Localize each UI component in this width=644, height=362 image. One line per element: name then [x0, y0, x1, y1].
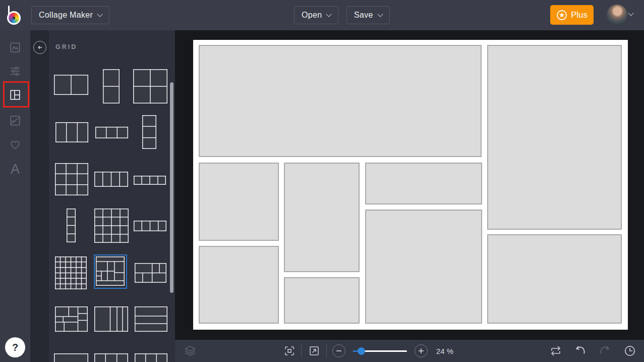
topbar: Collage Maker Open Save Plus [0, 0, 644, 30]
collage-cell-2[interactable] [487, 45, 622, 230]
text-icon: A [11, 163, 20, 176]
undo-icon [574, 345, 587, 357]
layout-thumb-2-columns[interactable] [54, 75, 88, 95]
app-menu-label: Collage Maker [39, 11, 93, 20]
bottom-toolbar: 24 % [175, 340, 644, 362]
layout-thumb-2-rows[interactable] [103, 69, 120, 104]
help-label: ? [12, 342, 18, 353]
collage-cell-4[interactable] [284, 163, 360, 272]
heart-icon [9, 139, 21, 151]
sidebar-item-adjust[interactable] [0, 60, 30, 82]
back-button[interactable] [33, 41, 46, 54]
layout-thumb-3-columns[interactable] [55, 122, 88, 142]
collage-canvas [193, 40, 628, 330]
layout-thumb-mosaic-left[interactable] [55, 306, 88, 332]
workspace [175, 30, 644, 340]
sidebar-item-photos[interactable] [0, 36, 30, 59]
collage-cell-1[interactable] [199, 45, 482, 157]
layout-thumb-4-rows-narrow[interactable] [67, 209, 76, 242]
zoom-slider-handle[interactable] [358, 347, 365, 355]
help-button[interactable]: ? [5, 337, 25, 357]
panel-back-strip [30, 30, 49, 362]
layout-thumb-6x6-grid[interactable] [55, 256, 87, 289]
panel-title: GRID [55, 43, 77, 50]
zoom-out-button[interactable] [332, 344, 345, 357]
layout-thumb-2x2-grid[interactable] [133, 69, 167, 104]
fit-to-screen-button[interactable] [283, 345, 296, 357]
fit-screen-icon [283, 345, 296, 357]
layout-thumb-featured-collage-selected[interactable] [94, 254, 127, 289]
back-arrow-icon [36, 43, 44, 51]
zoom-percent-label: 24 % [436, 347, 459, 355]
layout-thumb-3-rows-narrow[interactable] [142, 115, 156, 149]
layout-thumb-4-columns-strip[interactable] [134, 176, 166, 185]
save-label: Save [354, 11, 373, 20]
grid-icon [9, 89, 21, 101]
chevron-down-icon [97, 11, 102, 17]
layout-thumb-4-columns[interactable] [94, 172, 128, 187]
export-arrow-icon [308, 345, 320, 357]
avatar-chevron-down-icon[interactable] [628, 10, 633, 16]
sidebar-item-background[interactable] [0, 110, 30, 132]
background-icon [9, 115, 21, 127]
befunky-logo [7, 4, 24, 26]
swap-icon [549, 345, 562, 357]
star-circle-icon [556, 10, 567, 21]
history-button[interactable] [623, 344, 636, 357]
history-clock-icon [623, 344, 636, 357]
panel-scrollbar[interactable] [170, 82, 173, 293]
plus-upgrade-button[interactable]: Plus [550, 5, 594, 25]
collage-cell-9[interactable] [487, 234, 622, 324]
sidebar: A ? [0, 30, 30, 362]
sidebar-item-graphics[interactable] [0, 134, 30, 156]
redo-icon [599, 345, 611, 357]
minus-icon [336, 348, 342, 354]
plus-label: Plus [571, 10, 588, 20]
swap-layout-button[interactable] [549, 345, 562, 357]
toolbar-separator [326, 344, 327, 357]
zoom-in-button[interactable] [415, 344, 428, 357]
layout-thumb-column-mix[interactable] [94, 306, 128, 332]
export-button[interactable] [308, 345, 320, 357]
layout-thumb-partial-1[interactable] [54, 353, 88, 362]
open-label: Open [302, 11, 322, 20]
layout-thumb-partial-3[interactable] [135, 353, 167, 362]
plus-icon [418, 348, 424, 354]
toolbar-separator [301, 344, 302, 357]
layout-thumb-3x3-grid[interactable] [55, 163, 88, 195]
collage-cell-3[interactable] [199, 163, 279, 241]
layout-thumb-partial-2[interactable] [94, 353, 128, 362]
chevron-down-icon [326, 11, 332, 17]
layout-thumb-3-columns-strip[interactable] [95, 127, 128, 138]
sidebar-item-grid-layouts[interactable] [0, 84, 30, 106]
featured-collage-preview [96, 256, 125, 286]
layers-icon [184, 344, 197, 357]
layout-thumb-4x4-grid[interactable] [94, 209, 129, 243]
logo-color-wheel [7, 11, 21, 25]
collage-cell-8[interactable] [284, 277, 360, 324]
layout-thumb-mosaic-right[interactable] [135, 263, 166, 283]
collage-cell-6[interactable] [365, 210, 482, 324]
redo-button[interactable] [599, 345, 611, 357]
open-button[interactable]: Open [294, 6, 338, 24]
app-menu-button[interactable]: Collage Maker [31, 6, 109, 24]
grid-panel: GRID [49, 30, 175, 362]
sliders-icon [9, 65, 21, 77]
chevron-down-icon [377, 11, 383, 17]
save-button[interactable]: Save [346, 6, 390, 24]
sidebar-item-text[interactable]: A [0, 158, 30, 180]
layers-button[interactable] [184, 344, 197, 357]
layout-thumb-3-rows[interactable] [135, 306, 167, 332]
collage-cell-7[interactable] [199, 246, 279, 324]
photo-icon [9, 41, 21, 54]
collage-cell-5[interactable] [365, 163, 482, 204]
avatar[interactable] [607, 5, 627, 25]
layout-thumb-4-columns-short[interactable] [134, 221, 166, 231]
undo-button[interactable] [574, 345, 587, 357]
